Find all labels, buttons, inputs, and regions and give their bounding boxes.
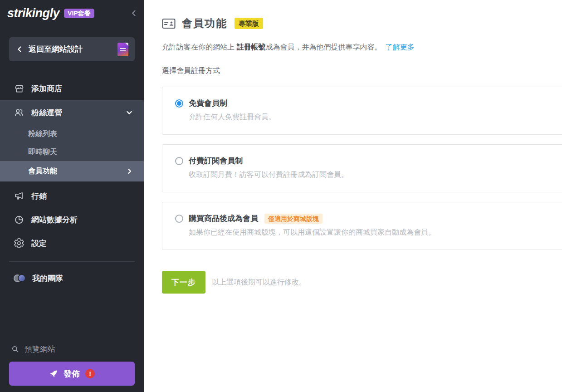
sidebar-spacer [0, 290, 144, 344]
intro-bold: 註冊帳號 [236, 43, 265, 51]
sidebar-item-label: 粉絲運營 [31, 108, 62, 118]
sidebar-subitem-fan-list[interactable]: 粉絲列表 [0, 125, 144, 143]
membership-card-icon [162, 18, 176, 29]
sidebar-item-label: 我的團隊 [32, 273, 63, 284]
sidebar-item-my-team[interactable]: 我的團隊 [0, 266, 144, 290]
store-icon [14, 83, 24, 94]
sidebar-item-add-store[interactable]: 添加商店 [0, 77, 144, 100]
membership-option-free[interactable]: 免費會員制 允許任何人免費註冊會員。 [162, 87, 562, 135]
preview-site-label: 預覽網站 [24, 344, 55, 354]
main-content: 會員功能 專業版 允許訪客在你的網站上 註冊帳號成為會員，并為他們提供專享内容。… [144, 0, 562, 392]
sidebar-item-fan-operation[interactable]: 粉絲運營 [0, 100, 144, 125]
publish-button[interactable]: 發佈 ! [9, 362, 135, 386]
search-icon [11, 345, 20, 353]
store-only-badge: 僅適用於商城版塊 [264, 214, 323, 224]
sidebar-subitem-membership[interactable]: 會員功能 [0, 161, 144, 181]
option-title: 免費會員制 [189, 98, 227, 108]
next-step-row: 下一步 以上選項後期可以進行修改。 [162, 271, 562, 294]
pie-chart-icon [14, 214, 24, 225]
option-description: 如果你已經在使用商城版塊，可以用這個設置讓你的商城買家自動成為會員。 [189, 228, 548, 237]
option-description: 允許任何人免費註冊會員。 [189, 113, 548, 122]
back-button-label: 返回至網站設計 [29, 44, 83, 54]
page-header: 會員功能 專業版 [162, 16, 562, 30]
option-description: 收取訂閱月費！訪客可以付費註冊成為訂閱會員。 [189, 170, 548, 180]
site-thumbnail-icon [117, 43, 128, 56]
membership-option-paid-subscription[interactable]: 付費訂閱會員制 收取訂閱月費！訪客可以付費註冊成為訂閱會員。 [162, 144, 562, 192]
people-icon [14, 107, 24, 118]
sidebar-item-label: 添加商店 [31, 83, 62, 94]
team-avatars-icon [14, 274, 28, 283]
sidebar-item-marketing[interactable]: 行銷 [0, 184, 144, 208]
megaphone-icon [14, 191, 24, 201]
chevron-left-icon [130, 9, 138, 17]
sidebar-footer: 預覽網站 發佈 ! [0, 344, 144, 392]
sidebar-item-settings[interactable]: 設定 [0, 231, 144, 255]
intro-text: 允許訪客在你的網站上 註冊帳號成為會員，并為他們提供專享内容。了解更多 [162, 43, 562, 52]
chevron-right-icon [126, 168, 133, 175]
sidebar-divider [9, 261, 135, 262]
intro-part2: 成為會員，并為他們提供專享内容。 [265, 43, 381, 51]
publish-label: 發佈 [64, 368, 80, 379]
gear-icon [14, 238, 24, 249]
sidebar-item-label: 設定 [31, 238, 47, 249]
sidebar-item-label: 網站數據分析 [31, 215, 78, 225]
option-title: 購買商品後成為會員 [189, 213, 258, 224]
rocket-icon [49, 369, 58, 378]
option-head: 購買商品後成為會員 僅適用於商城版塊 [175, 213, 548, 224]
preview-site-button[interactable]: 預覽網站 [11, 344, 135, 354]
radio-button[interactable] [175, 215, 183, 223]
sidebar-group-fan-operation: 粉絲運營 粉絲列表 即時聊天 會員功能 [0, 100, 144, 181]
pro-plan-badge: 專業版 [235, 18, 263, 29]
vip-plan-badge: VIP套餐 [64, 9, 94, 18]
membership-options: 免費會員制 允許任何人免費註冊會員。 付費訂閱會員制 收取訂閱月費！訪客可以付費… [162, 87, 562, 250]
intro-part1: 允許訪客在你的網站上 [162, 43, 236, 51]
radio-button[interactable] [175, 99, 183, 108]
sidebar-subitem-label: 即時聊天 [28, 147, 57, 157]
option-head: 付費訂閱會員制 [175, 156, 548, 166]
chevron-down-icon [126, 109, 133, 116]
radio-button[interactable] [175, 157, 183, 165]
avatar [18, 274, 26, 282]
sidebar-collapse-button[interactable] [130, 9, 138, 17]
sidebar-subitem-live-chat[interactable]: 即時聊天 [0, 143, 144, 161]
option-title: 付費訂閱會員制 [189, 156, 243, 166]
section-label: 選擇會員註冊方式 [162, 66, 562, 76]
learn-more-link[interactable]: 了解更多 [385, 43, 414, 51]
chevron-left-icon [16, 46, 23, 53]
sidebar-header: strikingly VIP套餐 [0, 0, 144, 26]
back-to-site-editor-button[interactable]: 返回至網站設計 [9, 37, 135, 61]
sidebar-subitem-label: 會員功能 [28, 167, 57, 176]
option-head: 免費會員制 [175, 98, 548, 108]
sidebar: strikingly VIP套餐 返回至網站設計 添加商店 [0, 0, 144, 392]
page-title: 會員功能 [182, 16, 227, 30]
next-step-button[interactable]: 下一步 [162, 271, 205, 294]
next-step-note: 以上選項後期可以進行修改。 [212, 278, 306, 287]
membership-option-purchase[interactable]: 購買商品後成為會員 僅適用於商城版塊 如果你已經在使用商城版塊，可以用這個設置讓… [162, 202, 562, 250]
strikingly-logo: strikingly [7, 6, 59, 20]
sidebar-nav: 添加商店 粉絲運營 粉絲列表 [0, 77, 144, 290]
sidebar-item-analytics[interactable]: 網站數據分析 [0, 208, 144, 231]
sidebar-subitem-label: 粉絲列表 [28, 129, 57, 139]
publish-alert-badge: ! [85, 369, 95, 378]
sidebar-item-label: 行銷 [31, 191, 47, 201]
